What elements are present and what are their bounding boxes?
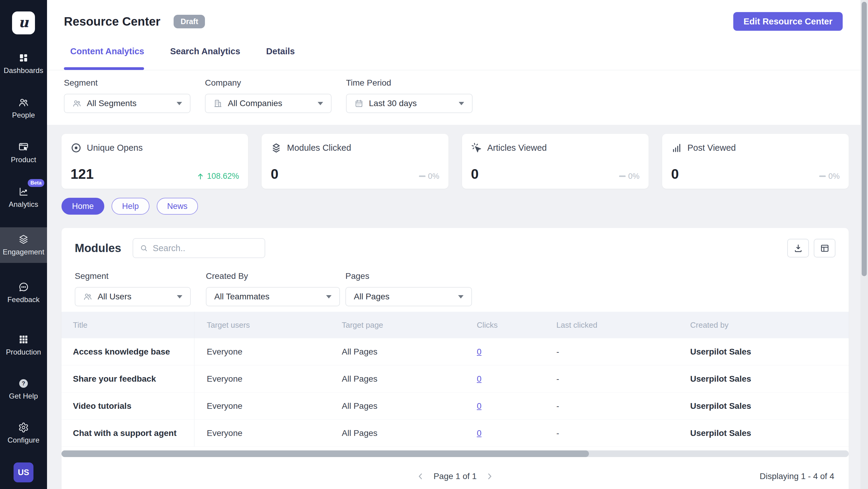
page-title: Resource Center <box>64 15 160 28</box>
tab-search-analytics[interactable]: Search Analytics <box>170 47 240 56</box>
sidebar-item-analytics[interactable]: Beta Analytics <box>0 183 47 212</box>
sidebar-item-feedback[interactable]: Feedback <box>0 278 47 307</box>
sidebar-item-label: Feedback <box>7 296 40 304</box>
stat-delta: 0% <box>619 172 640 181</box>
stat-value: 121 <box>70 167 94 181</box>
table-header-row: Title Target users Target page Clicks La… <box>61 312 849 338</box>
cell-last-clicked: - <box>556 393 690 419</box>
sidebar-nav: Dashboards People Product Beta Analytics… <box>0 49 47 307</box>
sidebar-item-dashboards[interactable]: Dashboards <box>0 49 47 79</box>
modules-table: Title Target users Target page Clicks La… <box>61 312 849 447</box>
tabs: Content Analytics Search Analytics Detai… <box>64 47 843 56</box>
page-header: Resource Center Draft Edit Resource Cent… <box>47 0 868 70</box>
content-area: Unique Opens 121 108.62% Modules Clicked… <box>47 125 868 489</box>
edit-resource-center-button[interactable]: Edit Resource Center <box>733 12 843 31</box>
pill-news[interactable]: News <box>157 198 198 215</box>
modules-filters: Segment All Users Created By All Teammat… <box>61 271 849 306</box>
columns-button[interactable] <box>814 239 835 257</box>
table-row: Video tutorials Everyone All Pages 0 - U… <box>61 393 849 420</box>
time-period-dropdown[interactable]: Last 30 days <box>346 94 472 113</box>
stat-delta: 0% <box>819 172 840 181</box>
cell-target-page: All Pages <box>342 393 477 419</box>
cell-target-users: Everyone <box>194 420 342 447</box>
sidebar-item-product[interactable]: Product <box>0 138 47 167</box>
column-header-clicks: Clicks <box>477 312 556 338</box>
modules-pages-dropdown[interactable]: All Pages <box>345 287 472 306</box>
tab-content-analytics[interactable]: Content Analytics <box>70 47 144 56</box>
horizontal-scrollbar-thumb[interactable] <box>61 450 589 457</box>
stat-value: 0 <box>671 167 679 181</box>
engagement-icon <box>18 234 29 245</box>
tab-details[interactable]: Details <box>266 47 295 56</box>
cell-last-clicked: - <box>556 338 690 365</box>
arrow-up-icon <box>196 172 205 181</box>
company-filter-group: Company All Companies <box>205 78 332 125</box>
search-input[interactable] <box>153 243 258 253</box>
userpilot-logo[interactable]: u <box>12 11 35 34</box>
column-header-target-users: Target users <box>194 312 342 338</box>
clicks-link[interactable]: 0 <box>477 347 482 357</box>
cell-created-by: Userpilot Sales <box>690 420 849 447</box>
people-icon <box>18 97 29 108</box>
caret-down-icon <box>458 295 464 299</box>
layers-icon <box>271 142 282 153</box>
cell-target-page: All Pages <box>342 338 477 365</box>
download-button[interactable] <box>787 239 809 257</box>
section-pills: Home Help News <box>61 198 849 215</box>
stat-label: Unique Opens <box>87 143 143 153</box>
displaying-count: Displaying 1 - 4 of 4 <box>760 471 834 481</box>
stat-label: Articles Viewed <box>487 143 547 153</box>
sidebar-item-label: Engagement <box>3 248 44 256</box>
user-avatar[interactable]: US <box>13 462 33 482</box>
chevron-left-icon[interactable] <box>416 472 425 481</box>
global-filters: Segment All Segments Company All Compani… <box>47 70 868 125</box>
segment-dropdown[interactable]: All Segments <box>64 94 190 113</box>
modules-search[interactable] <box>133 238 265 258</box>
vertical-scrollbar-thumb[interactable] <box>862 2 867 276</box>
flat-dash-icon <box>619 176 626 177</box>
feedback-icon <box>18 282 29 293</box>
modules-created-by-group: Created By All Teammates <box>206 271 340 306</box>
time-period-filter-group: Time Period Last 30 days <box>346 78 472 125</box>
status-badge: Draft <box>174 15 205 28</box>
modules-segment-value: All Users <box>98 292 131 302</box>
chevron-right-icon[interactable] <box>485 472 494 481</box>
page-indicator: Page 1 of 1 <box>433 471 476 481</box>
modules-created-by-dropdown[interactable]: All Teammates <box>206 287 340 306</box>
eye-target-icon <box>70 142 82 153</box>
stat-card-post-viewed: Post Viewed 0 0% <box>662 134 849 189</box>
clicks-link[interactable]: 0 <box>477 401 482 411</box>
pill-help[interactable]: Help <box>112 198 150 215</box>
modules-pages-group: Pages All Pages <box>345 271 472 306</box>
clicks-link[interactable]: 0 <box>477 428 482 438</box>
sidebar-bottom: Production ? Get Help Configure US <box>0 330 47 489</box>
cell-target-users: Everyone <box>194 393 342 419</box>
calendar-icon <box>354 99 364 108</box>
modules-created-by-label: Created By <box>206 271 340 281</box>
stat-card-modules-clicked: Modules Clicked 0 0% <box>261 134 448 189</box>
pill-home[interactable]: Home <box>61 198 104 215</box>
pointer-click-icon <box>471 142 482 153</box>
sidebar-item-get-help[interactable]: ? Get Help <box>0 374 47 404</box>
sidebar-item-configure[interactable]: Configure <box>0 419 47 448</box>
company-dropdown-value: All Companies <box>228 99 282 108</box>
download-icon <box>793 243 803 253</box>
segment-filter-group: Segment All Segments <box>64 78 190 125</box>
sidebar-item-engagement[interactable]: Engagement <box>0 227 47 263</box>
modules-pages-value: All Pages <box>354 292 390 302</box>
sidebar-item-people[interactable]: People <box>0 93 47 123</box>
column-header-title: Title <box>73 312 194 338</box>
stat-card-articles-viewed: Articles Viewed 0 0% <box>462 134 649 189</box>
sidebar-item-label: Configure <box>7 436 39 445</box>
search-icon <box>140 244 148 253</box>
cell-created-by: Userpilot Sales <box>690 365 849 392</box>
horizontal-scrollbar <box>61 450 849 457</box>
clicks-link[interactable]: 0 <box>477 374 482 384</box>
sidebar-item-label: Analytics <box>9 200 38 209</box>
modules-segment-dropdown[interactable]: All Users <box>75 287 191 306</box>
sidebar-item-production[interactable]: Production <box>0 330 47 360</box>
flat-dash-icon <box>819 176 826 177</box>
modules-segment-label: Segment <box>75 271 191 281</box>
company-dropdown[interactable]: All Companies <box>205 94 332 113</box>
sidebar-item-label: Get Help <box>9 392 38 400</box>
